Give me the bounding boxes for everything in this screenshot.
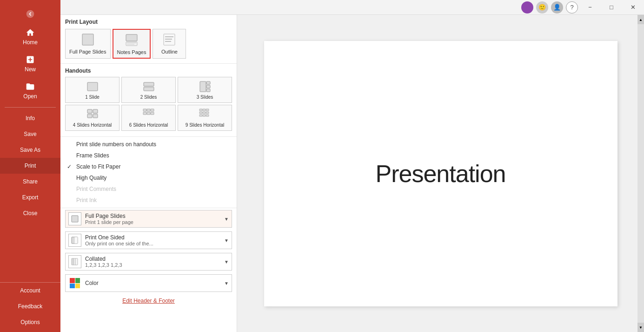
sidebar-back-button[interactable]	[0, 5, 60, 23]
svg-rect-21	[143, 109, 146, 111]
scrollbar-track[interactable]	[637, 24, 644, 323]
svg-rect-3	[126, 42, 137, 46]
handout-2slides-button[interactable]: 2 Slides	[121, 77, 176, 103]
slide-page: Presentation	[264, 41, 617, 306]
handouts-section: Handouts 1 Slide	[60, 64, 237, 137]
svg-rect-36	[72, 216, 78, 222]
titlebar-icons: 🙂 👤 ? − □ ✕	[521, 1, 642, 14]
layout-notes-pages-button[interactable]: Notes Pages	[113, 29, 151, 59]
collation-dropdown-main: Collated	[85, 256, 220, 262]
slide-scrollbar[interactable]: ▲ ▼	[637, 15, 644, 332]
collation-dropdown-sub: 1,2,3 1,2,3 1,2,3	[85, 262, 220, 268]
layout-full-page-label: Full Page Slides	[69, 49, 106, 54]
sidebar-share-label: Share	[23, 178, 38, 185]
person-icon[interactable]: 👤	[551, 1, 563, 14]
option-frame-slides[interactable]: Frame Slides	[65, 150, 232, 161]
svg-rect-13	[200, 81, 206, 92]
help-icon[interactable]: ?	[566, 1, 578, 14]
svg-rect-24	[143, 112, 146, 115]
handout-4h-button[interactable]: 4 Slides Horizontal	[65, 105, 120, 131]
sidebar-item-new[interactable]: New	[0, 50, 60, 77]
sidebar-save-label: Save	[24, 131, 36, 137]
sidebar-home-label: Home	[23, 39, 38, 46]
sidebar-print-label: Print	[25, 163, 36, 169]
handout-1slide-button[interactable]: 1 Slide	[65, 77, 120, 103]
titlebar: 🙂 👤 ? − □ ✕	[60, 0, 644, 15]
sidebar-item-print[interactable]: Print	[0, 158, 60, 174]
sidebar-item-info[interactable]: Info	[0, 110, 60, 126]
handouts-grid: 1 Slide 2 Slides	[65, 77, 232, 131]
handout-9h-label: 9 Slides Horizontal	[186, 122, 224, 128]
handouts-title: Handouts	[65, 68, 232, 74]
print-panel: Print Layout Full Page Slides	[60, 15, 237, 332]
layout-dropdown-text: Full Page Slides Print 1 slide per page	[85, 213, 220, 225]
collation-dropdown[interactable]: Collated 1,2,3 1,2,3 1,2,3 ▼	[65, 253, 232, 271]
scale-to-fit-checkmark: ✓	[67, 163, 73, 170]
svg-rect-2	[126, 34, 137, 41]
emoji-icon[interactable]: 🙂	[536, 1, 548, 14]
layout-outline-label: Outline	[161, 49, 178, 54]
sidebar-item-home[interactable]: Home	[0, 23, 60, 50]
sidebar-item-open[interactable]: Open	[0, 77, 60, 104]
print-layout-section: Print Layout Full Page Slides	[60, 15, 237, 64]
svg-rect-35	[206, 115, 209, 116]
sides-dropdown[interactable]: Print One Sided Only print on one side o…	[65, 231, 232, 249]
svg-rect-12	[144, 87, 154, 91]
sidebar-item-save-as[interactable]: Save As	[0, 142, 60, 158]
option-print-comments: Print Comments	[65, 183, 232, 195]
svg-rect-26	[151, 112, 154, 115]
content-area: Print Layout Full Page Slides	[60, 15, 644, 332]
layout-full-page-button[interactable]: Full Page Slides	[65, 29, 111, 59]
cs-red	[70, 278, 75, 283]
handout-2slides-label: 2 Slides	[140, 95, 157, 100]
handout-3slides-button[interactable]: 3 Slides	[178, 77, 232, 103]
minimize-button[interactable]: −	[581, 1, 599, 14]
layout-dropdown[interactable]: Full Page Slides Print 1 slide per page …	[65, 210, 232, 228]
layout-outline-button[interactable]: Outline	[153, 29, 186, 59]
option-frame-slides-label: Frame Slides	[76, 152, 109, 159]
svg-rect-20	[93, 114, 98, 118]
option-high-quality-label: High Quality	[76, 175, 106, 181]
option-slide-numbers-label: Print slide numbers on handouts	[76, 141, 156, 148]
color-dropdown-icon	[68, 277, 81, 290]
restore-button[interactable]: □	[602, 1, 621, 14]
slide-preview: Presentation ▲ ▼	[237, 15, 644, 332]
color-dropdown[interactable]: Color ▼	[65, 274, 232, 292]
svg-point-0	[27, 10, 34, 18]
option-print-ink: Print Ink	[65, 195, 232, 206]
svg-rect-31	[203, 112, 206, 114]
scrollbar-down[interactable]: ▼	[637, 323, 644, 332]
close-button[interactable]: ✕	[624, 1, 642, 14]
option-slide-numbers[interactable]: Print slide numbers on handouts	[65, 139, 232, 150]
svg-rect-23	[151, 109, 154, 111]
svg-rect-30	[199, 112, 202, 114]
sidebar-item-export[interactable]: Export	[0, 190, 60, 205]
option-high-quality[interactable]: High Quality	[65, 172, 232, 183]
handout-9h-button[interactable]: 9 Slides Horizontal	[178, 105, 232, 131]
svg-rect-25	[147, 112, 150, 115]
color-squares	[70, 278, 80, 288]
svg-rect-18	[93, 109, 98, 113]
scrollbar-up[interactable]: ▲	[637, 15, 644, 24]
svg-rect-14	[206, 81, 210, 84]
option-scale-to-fit[interactable]: ✓ Scale to Fit Paper	[65, 161, 232, 172]
edit-header-footer-link[interactable]: Edit Header & Footer	[60, 294, 237, 308]
sidebar-item-account[interactable]: Account	[0, 283, 60, 298]
sides-dropdown-arrow: ▼	[224, 238, 229, 243]
sidebar-feedback-label: Feedback	[18, 303, 43, 310]
sidebar-open-label: Open	[23, 93, 37, 100]
svg-rect-1	[82, 34, 93, 45]
option-print-comments-label: Print Comments	[76, 186, 116, 192]
layout-notes-pages-label: Notes Pages	[117, 49, 146, 55]
sidebar-item-share[interactable]: Share	[0, 174, 60, 190]
sides-dropdown-text: Print One Sided Only print on one side o…	[85, 234, 220, 246]
sidebar-item-save[interactable]: Save	[0, 126, 60, 142]
svg-rect-34	[203, 115, 206, 116]
sidebar-item-feedback[interactable]: Feedback	[0, 298, 60, 314]
sidebar-item-close[interactable]: Close	[0, 205, 60, 221]
handout-6h-button[interactable]: 6 Slides Horizontal	[121, 105, 176, 131]
sidebar-item-options[interactable]: Options	[0, 314, 60, 330]
svg-rect-17	[87, 109, 92, 113]
collation-dropdown-arrow: ▼	[224, 259, 229, 264]
layout-dropdown-icon	[68, 212, 81, 225]
